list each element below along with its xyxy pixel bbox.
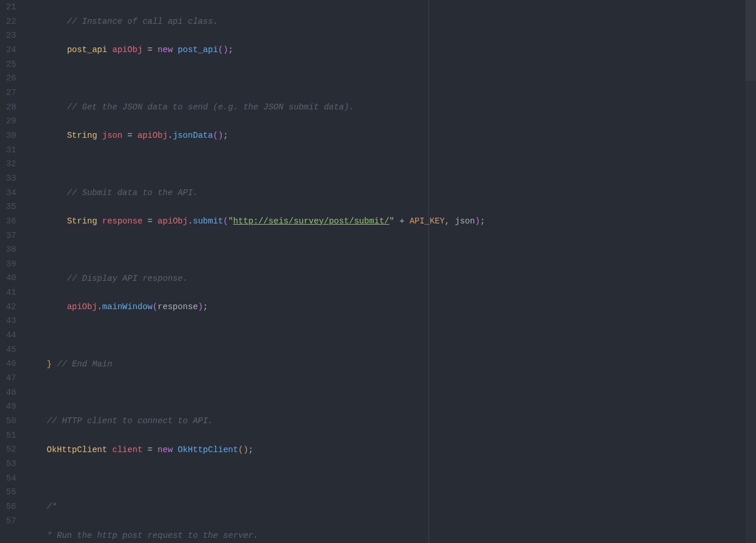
code-line[interactable] — [27, 328, 756, 343]
line-number[interactable]: 49 — [0, 399, 16, 414]
line-number[interactable]: 52 — [0, 442, 16, 457]
code-line[interactable]: /* — [27, 500, 756, 514]
brace-close: } — [47, 359, 52, 369]
line-number[interactable]: 53 — [0, 457, 16, 471]
line-number[interactable]: 46 — [0, 357, 16, 371]
method: jsonData — [173, 131, 213, 140]
line-number[interactable]: 47 — [0, 371, 16, 386]
line-number[interactable]: 30 — [0, 129, 16, 143]
line-number[interactable]: 27 — [0, 86, 16, 100]
variable: client — [112, 445, 142, 454]
code-line[interactable]: String response = apiObj.submit("http://… — [27, 214, 756, 229]
indent — [27, 359, 47, 369]
line-number[interactable]: 54 — [0, 471, 16, 486]
semicolon: ; — [480, 217, 485, 226]
line-number[interactable]: 24 — [0, 43, 16, 57]
code-line[interactable]: OkHttpClient client = new OkHttpClient()… — [27, 443, 756, 457]
constructor: OkHttpClient — [178, 445, 238, 454]
code-line[interactable] — [27, 71, 756, 86]
line-number[interactable]: 25 — [0, 57, 16, 72]
code-line[interactable]: * Run the http post request to the serve… — [27, 529, 756, 543]
constant: API_KEY — [409, 217, 445, 226]
line-number[interactable]: 57 — [0, 514, 16, 529]
comment: // Get the JSON data to send (e.g. the J… — [27, 102, 354, 112]
line-number[interactable]: 43 — [0, 314, 16, 328]
variable: apiObj — [157, 217, 188, 226]
line-number[interactable]: 39 — [0, 257, 16, 272]
line-number[interactable]: 31 — [0, 143, 16, 157]
line-number[interactable]: 56 — [0, 500, 16, 514]
line-number[interactable]: 40 — [0, 271, 16, 285]
line-number[interactable]: 44 — [0, 328, 16, 343]
line-number[interactable]: 51 — [0, 428, 16, 443]
line-number[interactable]: 48 — [0, 386, 16, 400]
code-line[interactable]: apiObj.mainWindow(response); — [27, 300, 756, 314]
line-number[interactable]: 26 — [0, 71, 16, 86]
operator: = — [142, 217, 157, 226]
code-line[interactable]: // Submit data to the API. — [27, 186, 756, 200]
line-number[interactable]: 50 — [0, 414, 16, 428]
line-number[interactable]: 32 — [0, 157, 16, 171]
line-number[interactable]: 37 — [0, 229, 16, 243]
code-line[interactable] — [27, 243, 756, 257]
code-line[interactable]: } // End Main — [27, 357, 756, 372]
line-number[interactable]: 33 — [0, 171, 16, 186]
line-number[interactable]: 28 — [0, 100, 16, 115]
variable: apiObj — [112, 45, 142, 54]
paren: () — [238, 445, 248, 454]
indent — [27, 131, 67, 140]
line-number[interactable]: 29 — [0, 114, 16, 129]
comment: // Display API response. — [27, 274, 188, 283]
code-line[interactable]: String json = apiObj.jsonData(); — [27, 129, 756, 143]
line-number[interactable]: 35 — [0, 200, 16, 214]
code-editor[interactable]: 21 22 23 24 25 26 27 28 29 30 31 32 33 3… — [0, 0, 756, 543]
line-number[interactable]: 41 — [0, 285, 16, 300]
paren: () — [218, 45, 228, 54]
variable: response — [157, 302, 198, 311]
line-number[interactable]: 45 — [0, 343, 16, 357]
variable: response — [102, 217, 143, 226]
code-line[interactable]: // Get the JSON data to send (e.g. the J… — [27, 100, 756, 115]
keyword: new — [157, 445, 173, 454]
code-line[interactable] — [27, 471, 756, 486]
code-line[interactable] — [27, 157, 756, 171]
comment: /* — [27, 502, 57, 511]
code-area[interactable]: // Instance of call api class. post_api … — [27, 0, 756, 543]
space — [173, 45, 178, 54]
operator: = — [122, 131, 137, 140]
space — [52, 359, 57, 369]
line-number[interactable]: 42 — [0, 300, 16, 314]
line-number-gutter[interactable]: 21 22 23 24 25 26 27 28 29 30 31 32 33 3… — [0, 0, 27, 543]
variable: apiObj — [67, 302, 97, 311]
variable: apiObj — [137, 131, 167, 140]
line-number[interactable]: 55 — [0, 485, 16, 500]
space — [173, 445, 178, 454]
paren: () — [213, 131, 223, 140]
line-number[interactable]: 23 — [0, 28, 16, 43]
code-line[interactable]: // Display API response. — [27, 272, 756, 286]
indent — [27, 217, 67, 226]
code-line[interactable]: post_api apiObj = new post_api(); — [27, 43, 756, 57]
method: submit — [193, 217, 223, 226]
type: String — [67, 217, 97, 226]
code-line[interactable]: // Instance of call api class. — [27, 14, 756, 29]
type: String — [67, 131, 97, 140]
dot: . — [188, 217, 193, 226]
string-quote: " — [228, 217, 233, 226]
paren-close: ) — [475, 217, 480, 226]
comment: // Instance of call api class. — [27, 17, 218, 26]
line-number[interactable]: 22 — [0, 14, 16, 29]
code-line[interactable]: // HTTP client to connect to API. — [27, 414, 756, 428]
comma: , — [445, 217, 454, 226]
paren-open: ( — [223, 217, 228, 226]
comment: // Submit data to the API. — [27, 188, 198, 197]
string-quote: " — [390, 217, 395, 226]
line-number[interactable]: 21 — [0, 0, 16, 14]
variable: json — [455, 217, 475, 226]
comment: // End Main — [57, 359, 112, 369]
indent — [27, 302, 67, 311]
line-number[interactable]: 36 — [0, 214, 16, 229]
line-number[interactable]: 38 — [0, 243, 16, 257]
code-line[interactable] — [27, 386, 756, 400]
line-number[interactable]: 34 — [0, 186, 16, 200]
